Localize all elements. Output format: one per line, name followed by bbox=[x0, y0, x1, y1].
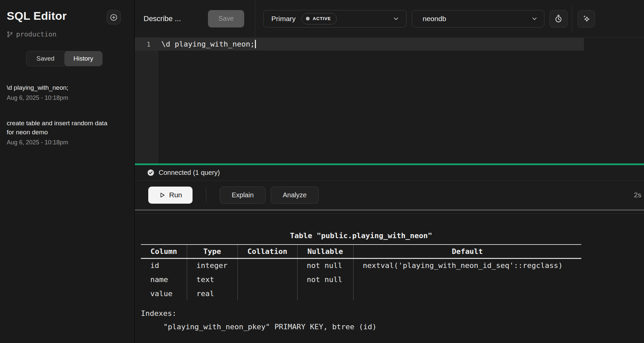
cell-column: value bbox=[141, 286, 187, 300]
branch-name: production bbox=[16, 30, 56, 38]
result-header-row: Column Type Collation Nullable Default bbox=[141, 245, 581, 258]
status-badge-label: ACTIVE bbox=[313, 16, 331, 21]
actions-divider bbox=[206, 188, 206, 202]
table-row: id integer not null nextval('playing_wit… bbox=[141, 258, 581, 272]
history-item-timestamp: Aug 6, 2025 - 10:18pm bbox=[7, 139, 111, 146]
table-row: value real bbox=[141, 286, 581, 300]
column-header: Column bbox=[141, 245, 187, 258]
history-item[interactable]: create table and insert random data for … bbox=[7, 119, 111, 146]
cell-collation bbox=[237, 272, 297, 286]
column-header: Type bbox=[187, 245, 237, 258]
cell-collation bbox=[237, 258, 297, 272]
connection-status-bar: Connected (1 query) bbox=[135, 165, 644, 181]
database-select-value: neondb bbox=[423, 15, 446, 23]
database-select[interactable]: neondb bbox=[412, 10, 544, 27]
query-title: Describe ... bbox=[144, 14, 200, 23]
cell-type: text bbox=[187, 272, 237, 286]
save-button[interactable]: Save bbox=[208, 10, 244, 27]
main-panel: Describe ... Save Primary ACTIVE neondb bbox=[135, 0, 644, 343]
history-item-timestamp: Aug 6, 2025 - 10:18pm bbox=[7, 94, 111, 101]
query-history-button[interactable] bbox=[549, 10, 568, 27]
results-divider bbox=[135, 213, 644, 214]
cell-nullable bbox=[297, 286, 353, 300]
result-table: Column Type Collation Nullable Default i… bbox=[141, 244, 581, 300]
cell-column: id bbox=[141, 258, 187, 272]
indexes-label: Indexes: bbox=[141, 309, 176, 318]
sql-editor-app: SQL Editor production Saved History \d p… bbox=[0, 0, 644, 343]
run-button[interactable]: Run bbox=[148, 187, 193, 204]
cell-column: name bbox=[141, 272, 187, 286]
saved-history-toggle: Saved History bbox=[26, 51, 103, 66]
editor-toolbar: Describe ... Save Primary ACTIVE neondb bbox=[135, 0, 644, 38]
analyze-button[interactable]: Analyze bbox=[271, 187, 319, 204]
cell-type: integer bbox=[187, 258, 237, 272]
result-table-title: Table "public.playing_with_neon" bbox=[141, 231, 581, 240]
history-item[interactable]: \d playing_with_neon; Aug 6, 2025 - 10:1… bbox=[7, 83, 111, 101]
table-row: name text not null bbox=[141, 272, 581, 286]
status-dot-icon bbox=[306, 17, 310, 20]
page-title: SQL Editor bbox=[7, 9, 67, 22]
chevron-down-icon bbox=[392, 15, 399, 22]
ai-assist-button[interactable] bbox=[578, 10, 595, 27]
cell-nullable: not null bbox=[297, 272, 353, 286]
branch-status-badge: ACTIVE bbox=[302, 13, 336, 24]
cell-nullable: not null bbox=[297, 258, 353, 272]
toolbar-divider bbox=[255, 0, 255, 38]
text-cursor bbox=[255, 40, 256, 48]
chevron-down-icon bbox=[531, 15, 538, 22]
plus-circle-icon bbox=[110, 13, 118, 21]
column-header: Collation bbox=[237, 245, 297, 258]
play-icon bbox=[159, 192, 166, 199]
column-header: Default bbox=[353, 245, 581, 258]
line-number: 1 bbox=[135, 38, 158, 51]
explain-button[interactable]: Explain bbox=[220, 187, 266, 204]
index-entry: "playing_with_neon_pkey" PRIMARY KEY, bt… bbox=[163, 320, 377, 334]
code-text: \d playing_with_neon; bbox=[161, 40, 255, 48]
tab-saved[interactable]: Saved bbox=[26, 51, 64, 66]
code-editor[interactable]: 1 \d playing_with_neon; bbox=[135, 38, 644, 163]
query-duration: 2s bbox=[634, 191, 641, 199]
check-circle-icon bbox=[147, 169, 155, 177]
branch-select-value: Primary bbox=[271, 15, 296, 23]
results-panel: Table "public.playing_with_neon" Column … bbox=[135, 211, 644, 343]
cell-default bbox=[353, 286, 581, 300]
git-branch-icon bbox=[7, 31, 13, 38]
cell-type: real bbox=[187, 286, 237, 300]
column-header: Nullable bbox=[297, 245, 353, 258]
query-actions-bar: Run Explain Analyze 2s bbox=[135, 181, 644, 211]
code-line[interactable]: \d playing_with_neon; bbox=[161, 38, 256, 51]
new-query-button[interactable] bbox=[107, 10, 121, 24]
history-item-title: \d playing_with_neon; bbox=[7, 83, 111, 92]
cell-default bbox=[353, 272, 581, 286]
cell-default: nextval('playing_with_neon_id_seq'::regc… bbox=[353, 258, 581, 272]
sidebar: SQL Editor production Saved History \d p… bbox=[0, 0, 135, 343]
connection-status-text: Connected (1 query) bbox=[159, 169, 220, 177]
cell-collation bbox=[237, 286, 297, 300]
branch-indicator: production bbox=[7, 30, 56, 38]
history-item-title: create table and insert random data for … bbox=[7, 119, 111, 137]
branch-select[interactable]: Primary ACTIVE bbox=[263, 10, 407, 27]
run-button-label: Run bbox=[169, 191, 182, 199]
editor-gutter bbox=[135, 38, 158, 163]
toolbar-divider bbox=[572, 5, 572, 33]
indexes-section: Indexes: "playing_with_neon_pkey" PRIMAR… bbox=[141, 307, 377, 334]
stopwatch-icon bbox=[554, 14, 563, 23]
tab-history[interactable]: History bbox=[64, 51, 102, 66]
sparkles-icon bbox=[582, 14, 591, 23]
